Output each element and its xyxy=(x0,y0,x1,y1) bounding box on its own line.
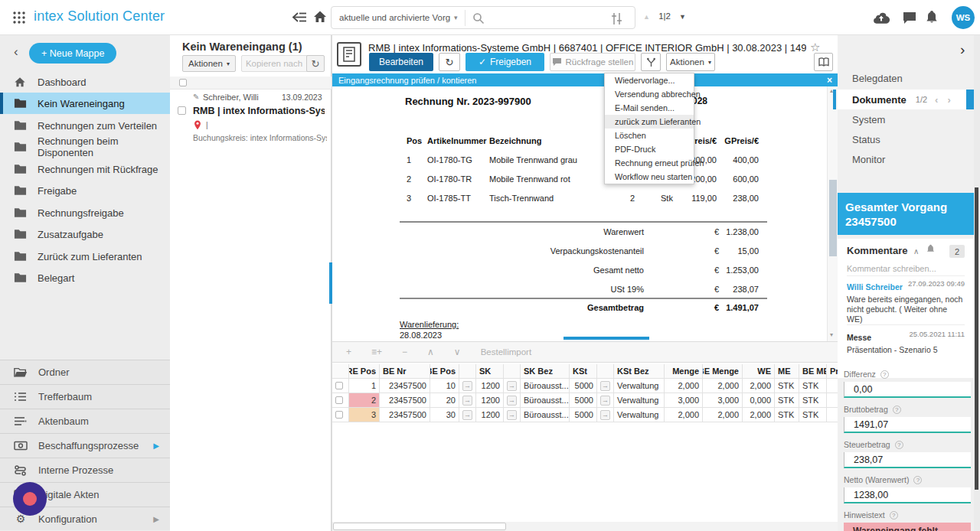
help-icon[interactable]: ? xyxy=(895,441,903,449)
add-row-icon[interactable]: + xyxy=(346,347,351,357)
list-actions-button[interactable]: Aktionen▾ xyxy=(182,55,236,72)
sidebar-tool-interne-prozesse[interactable]: Interne Prozesse xyxy=(0,458,170,482)
search-filter-icon[interactable] xyxy=(610,12,623,25)
search-icon[interactable] xyxy=(472,12,485,24)
sidebar-collapse-icon[interactable]: ‹ xyxy=(14,44,18,60)
panel-collapse-icon[interactable]: › xyxy=(960,41,965,58)
window-scrollbar[interactable] xyxy=(974,35,980,531)
move-up-icon[interactable]: ∧ xyxy=(427,347,434,357)
edit-button[interactable]: Bearbeiten xyxy=(369,53,433,71)
order-import-button[interactable]: Bestellimport xyxy=(481,347,531,357)
sidebar-item-zurueck-zum-lieferanten[interactable]: Zurück zum Lieferanten xyxy=(0,246,170,267)
sidebar-item-rechnungen-mit-rueckfrage[interactable]: Rechnungen mit Rückfrage xyxy=(0,158,170,180)
help-icon[interactable]: ? xyxy=(890,511,898,520)
sidebar-item-zusatzaufgabe[interactable]: Zusatzaufgabe xyxy=(0,223,170,245)
cloud-upload-icon[interactable] xyxy=(873,11,890,24)
pager-up-icon[interactable]: ▲ xyxy=(643,13,650,21)
sidebar-item-rechnungsfreigabe[interactable]: Rechnungsfreigabe xyxy=(0,202,170,223)
comment-input[interactable]: Kommentar schreiben... xyxy=(847,264,965,276)
item-checkbox[interactable] xyxy=(178,106,186,115)
list-refresh-button[interactable]: ↻ xyxy=(306,55,325,72)
lookup-icon[interactable]: → xyxy=(507,396,517,406)
reader-view-button[interactable] xyxy=(814,53,833,71)
viewer-page-indicator[interactable] xyxy=(564,337,649,340)
chat-icon[interactable] xyxy=(903,11,916,24)
user-avatar[interactable]: WS xyxy=(952,6,975,29)
differenz-input[interactable]: 0,00 xyxy=(844,382,971,398)
scrollbar-thumb[interactable] xyxy=(829,180,837,256)
new-folder-button[interactable]: + Neue Mappe xyxy=(29,43,116,64)
tab-status[interactable]: Status xyxy=(838,129,974,149)
select-all-checkbox[interactable] xyxy=(179,79,187,86)
lookup-icon[interactable]: → xyxy=(507,381,517,391)
horizontal-scroll-thumb[interactable] xyxy=(333,523,506,530)
record-indicator[interactable] xyxy=(13,482,47,516)
lookup-icon[interactable]: → xyxy=(507,410,517,420)
bruttobetrag-input[interactable]: 1491,07 xyxy=(844,417,971,433)
release-button[interactable]: ✓Freigeben xyxy=(466,53,544,71)
sidebar-tool-ordner[interactable]: Ordner xyxy=(0,360,170,384)
tab-dokumente[interactable]: Dokumente 1/2 ‹ › xyxy=(838,90,974,109)
row-checkbox[interactable] xyxy=(335,396,343,404)
sidebar-item-rechnungen-zum-verteilen[interactable]: Rechnungen zum Verteilen xyxy=(0,115,170,136)
inquiry-button[interactable]: Rückfrage stellen xyxy=(550,53,635,71)
prev-doc-icon[interactable]: ‹ xyxy=(935,94,938,106)
menu-item-versendung-abbrechen[interactable]: Versendung abbrechen xyxy=(605,87,694,101)
lookup-icon[interactable]: → xyxy=(462,410,472,420)
lookup-icon[interactable]: → xyxy=(462,396,472,406)
doc-refresh-button[interactable]: ↻ xyxy=(439,53,460,71)
notify-bell-icon[interactable] xyxy=(926,245,935,256)
app-grid-icon[interactable] xyxy=(12,11,26,24)
steuerbetrag-input[interactable]: 238,07 xyxy=(844,452,971,468)
row-checkbox[interactable] xyxy=(335,382,343,389)
scroll-down-icon[interactable]: ▾ xyxy=(830,331,833,338)
sidebar-tool-beschaffungsprozesse[interactable]: Beschaffungsprozesse ▶ xyxy=(0,433,170,458)
lookup-icon[interactable]: → xyxy=(462,381,472,391)
close-banner-icon[interactable]: × xyxy=(827,75,832,86)
sidebar-item-belegart[interactable]: Belegart xyxy=(0,267,170,288)
copy-to-button[interactable]: Kopieren nach▾ xyxy=(241,55,314,72)
branch-button[interactable] xyxy=(641,53,661,71)
tab-system[interactable]: System xyxy=(838,109,974,129)
home-icon[interactable] xyxy=(313,10,327,24)
help-icon[interactable]: ? xyxy=(893,406,901,414)
collapse-comments-icon[interactable]: ∧ xyxy=(913,247,919,256)
sidebar-item-rechnungen-beim-disponenten[interactable]: Rechnungen beim Disponenten xyxy=(0,136,170,158)
search-scope-select[interactable]: aktuelle und archivierte Vorgän... xyxy=(339,13,450,22)
menu-item-pdf-druck[interactable]: PDF-Druck xyxy=(605,142,694,156)
next-doc-icon[interactable]: › xyxy=(947,94,950,106)
sidebar-item-dashboard[interactable]: Dashboard xyxy=(0,71,170,93)
panel-divider-indicator[interactable] xyxy=(329,262,332,304)
menu-item-workflow-neu-starten[interactable]: Workflow neu starten xyxy=(605,170,694,184)
invoice-viewer[interactable]: Rechnung Nr. 2023-997900 028 Pos Artikel… xyxy=(332,86,827,341)
actions-button[interactable]: Aktionen▾ xyxy=(666,53,715,71)
netto-input[interactable]: 1238,00 xyxy=(844,487,971,503)
sidebar-item-kein-wareneingang[interactable]: Kein Wareneingang xyxy=(0,93,170,114)
menu-item-loeschen[interactable]: Löschen xyxy=(605,129,694,142)
collapse-list-icon[interactable] xyxy=(291,11,308,24)
viewer-scrollbar[interactable]: ▴ ▾ xyxy=(827,86,838,341)
sidebar-tool-aktenbaum[interactable]: Aktenbaum xyxy=(0,409,170,433)
lookup-icon[interactable]: → xyxy=(600,381,610,391)
row-checkbox[interactable] xyxy=(335,411,343,419)
remove-row-icon[interactable]: − xyxy=(402,347,407,357)
lookup-icon[interactable]: → xyxy=(600,410,610,420)
move-down-icon[interactable]: ∨ xyxy=(454,347,461,357)
help-icon[interactable]: ? xyxy=(880,370,889,379)
tab-monitor[interactable]: Monitor xyxy=(838,149,974,169)
menu-item-email-senden[interactable]: E-Mail senden... xyxy=(605,101,694,115)
lookup-icon[interactable]: → xyxy=(600,396,610,406)
tab-belegdaten[interactable]: Belegdaten xyxy=(838,68,974,88)
window-scrollbar-thumb[interactable] xyxy=(975,187,978,490)
positions-toolbar: + ≡+ − ∧ ∨ Bestellimport xyxy=(332,341,838,363)
add-multiple-icon[interactable]: ≡+ xyxy=(371,347,382,357)
pager-down-icon[interactable]: ▼ xyxy=(679,13,686,21)
bell-icon[interactable] xyxy=(926,10,938,24)
sidebar-item-freigabe[interactable]: Freigabe xyxy=(0,180,170,201)
menu-item-rechnung-erneut-pruefen[interactable]: Rechnung erneut prüfen xyxy=(605,156,694,170)
sidebar-tool-trefferbaum[interactable]: Trefferbaum xyxy=(0,384,170,409)
scope-caret-icon[interactable]: ▾ xyxy=(454,14,458,21)
menu-item-wiedervorlage[interactable]: Wiedervorlage... xyxy=(605,73,694,87)
help-icon[interactable]: ? xyxy=(913,476,922,484)
menu-item-zurueck-zum-lieferanten[interactable]: zurück zum Lieferanten xyxy=(605,115,694,129)
